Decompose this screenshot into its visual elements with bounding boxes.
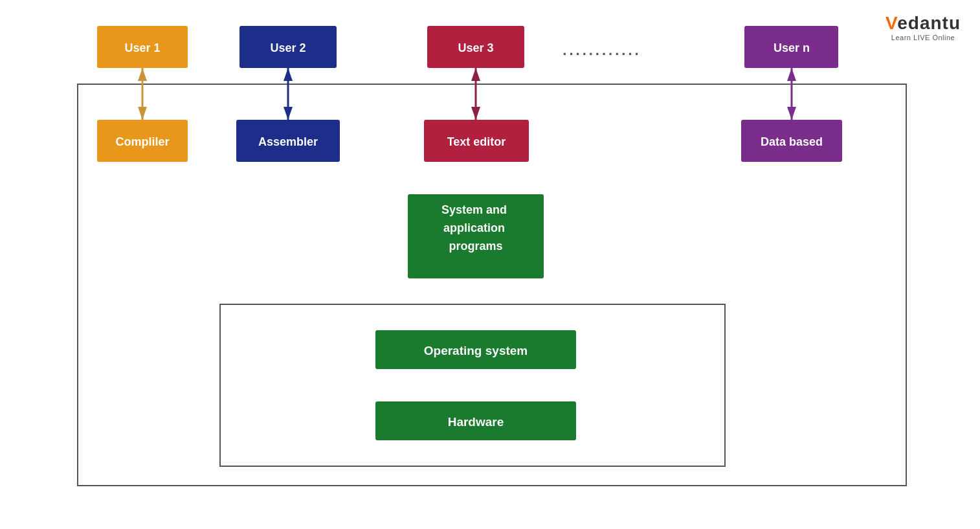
user2-label: User 2 bbox=[270, 41, 306, 54]
arrow-user2-up-head bbox=[284, 68, 293, 81]
arrow-user2-down-head bbox=[284, 107, 293, 120]
usern-label: User n bbox=[774, 41, 810, 54]
diagram-svg: User 1 User 2 User 3 ............ User n… bbox=[39, 19, 932, 512]
arrow-usern-down-head bbox=[787, 107, 796, 120]
inner-box bbox=[220, 304, 725, 466]
assembler-label: Assembler bbox=[258, 135, 318, 148]
page-container: Vedantu Learn LIVE Online User 1 User 2 … bbox=[0, 0, 980, 529]
arrow-usern-up-head bbox=[787, 68, 796, 81]
compiler-label: Compliler bbox=[115, 135, 169, 148]
data-based-label: Data based bbox=[761, 135, 823, 148]
user3-label: User 3 bbox=[458, 41, 493, 54]
arrow-user1-up-head bbox=[138, 68, 147, 81]
hardware-label: Hardware bbox=[448, 415, 504, 429]
os-label: Operating system bbox=[424, 344, 528, 357]
sys-app-label: System and application programs bbox=[441, 203, 510, 253]
arrow-user3-up-head bbox=[471, 68, 480, 81]
user1-label: User 1 bbox=[124, 41, 160, 54]
arrow-user3-down-head bbox=[471, 107, 480, 120]
dots-label: ............ bbox=[562, 42, 641, 58]
text-editor-label: Text editor bbox=[447, 135, 506, 148]
arrow-user1-down-head bbox=[138, 107, 147, 120]
